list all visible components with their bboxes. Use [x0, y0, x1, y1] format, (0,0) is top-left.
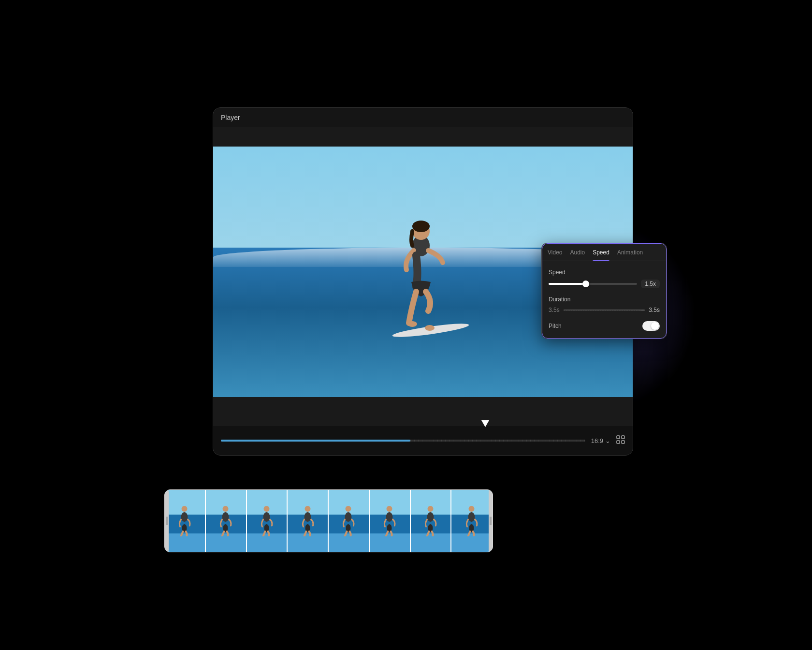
speed-slider-fill — [549, 283, 586, 285]
thumb-bg-7 — [411, 490, 451, 552]
timeline-track[interactable] — [221, 440, 585, 442]
duration-label: Duration — [549, 296, 660, 303]
svg-point-33 — [427, 512, 434, 522]
svg-point-5 — [425, 325, 435, 331]
svg-point-15 — [181, 512, 188, 522]
thumb-surfer-7 — [422, 505, 439, 536]
svg-point-29 — [387, 506, 392, 512]
speed-value: 1.5x — [641, 280, 660, 288]
svg-point-2 — [412, 221, 430, 232]
speed-slider-track[interactable] — [549, 283, 637, 285]
duration-dots — [564, 310, 645, 310]
svg-point-24 — [304, 512, 311, 522]
duration-track: → — [564, 310, 645, 310]
thumb-surfer-8 — [463, 505, 480, 536]
toggle-thumb — [651, 322, 659, 330]
svg-point-26 — [346, 506, 351, 512]
duration-arrow-icon: → — [639, 307, 645, 313]
speed-slider-thumb[interactable] — [582, 281, 589, 287]
pitch-toggle[interactable] — [642, 321, 660, 331]
speed-slider-row: 1.5x — [549, 280, 660, 288]
aspect-ratio-btn[interactable]: 16:9 ⌄ — [591, 437, 610, 444]
thumb-bg-6 — [370, 490, 410, 552]
thumb-surfer-6 — [381, 505, 398, 536]
speed-section: Speed 1.5x — [549, 269, 660, 288]
duration-row: 3.5s → 3.5s — [549, 307, 660, 313]
svg-rect-11 — [622, 441, 624, 443]
svg-point-4 — [407, 321, 417, 327]
surfer-container — [373, 207, 469, 342]
properties-panel: Video Audio Speed Animation Speed 1.5x — [541, 243, 667, 339]
scene: Player — [164, 107, 648, 543]
duration-end: 3.5s — [649, 307, 660, 313]
duration-section: Duration 3.5s → 3.5s — [549, 296, 660, 313]
aspect-ratio-label: 16:9 — [591, 437, 603, 444]
fullscreen-btn[interactable] — [616, 435, 625, 446]
strip-handle-left[interactable] — [165, 490, 169, 552]
svg-point-27 — [345, 512, 352, 522]
tab-speed[interactable]: Speed — [593, 249, 609, 261]
thumbnail-3 — [247, 490, 288, 552]
player-timeline: 16:9 ⌄ — [213, 426, 633, 455]
svg-point-14 — [182, 506, 188, 512]
playhead-arrow — [481, 420, 489, 427]
svg-point-36 — [468, 512, 475, 522]
svg-point-20 — [263, 506, 269, 512]
thumb-bg-3 — [247, 490, 287, 552]
left-handle-icon — [166, 515, 168, 527]
thumb-surfer-2 — [218, 505, 234, 536]
strip-handle-right[interactable] — [489, 490, 493, 552]
svg-point-23 — [304, 506, 310, 512]
svg-point-35 — [468, 506, 474, 512]
svg-point-32 — [427, 506, 433, 512]
chevron-down-icon: ⌄ — [605, 437, 610, 444]
surfer-svg — [373, 207, 469, 342]
svg-point-30 — [386, 512, 393, 522]
thumb-bg-2 — [206, 490, 246, 552]
tab-audio[interactable]: Audio — [570, 249, 585, 261]
thumb-surfer-3 — [258, 505, 275, 536]
thumbnail-5 — [329, 490, 370, 552]
tab-animation[interactable]: Animation — [617, 249, 643, 261]
thumb-bg-4 — [288, 490, 328, 552]
svg-rect-8 — [617, 436, 620, 439]
speed-label: Speed — [549, 269, 660, 276]
right-handle-icon — [490, 515, 492, 527]
pitch-label: Pitch — [549, 323, 562, 329]
thumb-bg-1 — [165, 490, 205, 552]
player-title: Player — [221, 114, 240, 121]
thumb-surfer-1 — [176, 505, 193, 536]
timeline-progress — [221, 440, 410, 442]
panel-tabs: Video Audio Speed Animation — [542, 243, 667, 261]
thumb-bg-8 — [451, 490, 492, 552]
thumbnail-strip — [164, 489, 493, 552]
thumbnail-4 — [288, 490, 329, 552]
panel-content: Speed 1.5x Duration 3.5s → — [542, 261, 667, 339]
thumbnail-8 — [451, 490, 493, 552]
svg-rect-10 — [617, 441, 620, 443]
thumbnail-7 — [411, 490, 452, 552]
thumbnail-1 — [165, 490, 206, 552]
pitch-section: Pitch — [549, 321, 660, 331]
svg-rect-9 — [622, 436, 624, 439]
svg-point-21 — [263, 512, 270, 522]
thumb-bg-5 — [329, 490, 369, 552]
thumbnail-6 — [370, 490, 411, 552]
thumbnail-2 — [206, 490, 247, 552]
svg-point-17 — [223, 506, 229, 512]
duration-start: 3.5s — [549, 307, 560, 313]
tab-video[interactable]: Video — [548, 249, 562, 261]
svg-point-18 — [222, 512, 229, 522]
thumb-surfer-5 — [340, 505, 357, 536]
thumb-surfer-4 — [299, 505, 316, 536]
player-titlebar: Player — [213, 108, 633, 127]
fullscreen-icon — [616, 435, 625, 444]
